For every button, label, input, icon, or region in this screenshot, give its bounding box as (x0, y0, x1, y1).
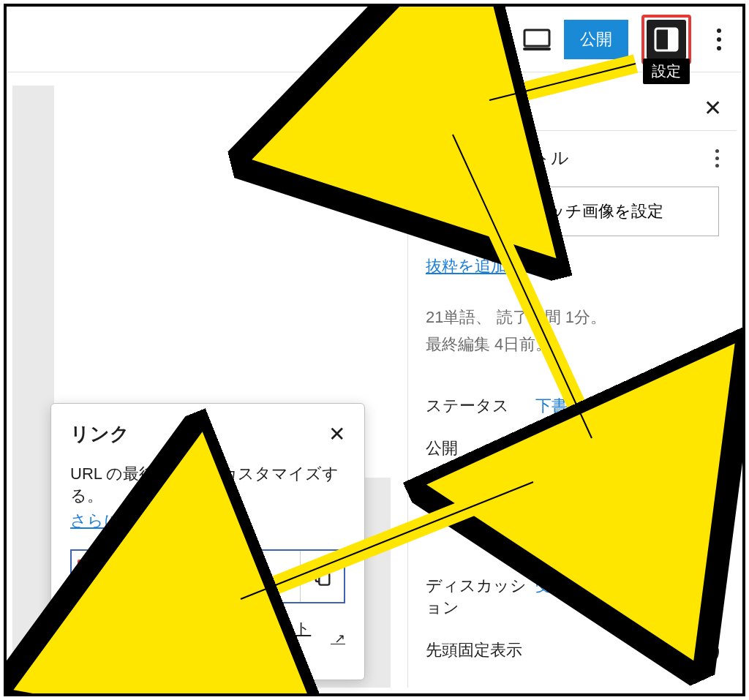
annotation-highlight-slug: /記事タイトル (78, 560, 211, 593)
copy-icon (312, 566, 333, 587)
sticky-label: 先頭固定表示 (426, 639, 672, 661)
post-meta-info: 21単語、 読了時間 1分。 最終編集 4日前。 (426, 304, 719, 358)
post-title-display: 記事タイトル (461, 146, 569, 170)
status-label: ステータス (426, 395, 535, 417)
annotation-highlight-permalink: /記事タイトル (535, 480, 657, 513)
permalink-popover: リンク ✕ URL の最後の部分をカスタマイズする。 さらに詳しく。 ↗ /記事… (50, 403, 365, 680)
annotation-highlight-settings: 設定 (641, 15, 691, 64)
editor-top-toolbar: 下書き保存 公開 設定 (7, 7, 742, 72)
wordpress-icon (426, 146, 451, 170)
preview-icon[interactable] (523, 29, 551, 50)
svg-rect-1 (523, 48, 551, 50)
svg-rect-6 (319, 573, 329, 584)
popover-close-button[interactable]: ✕ (328, 422, 345, 446)
tab-post[interactable]: 投稿 (408, 84, 478, 132)
discussion-label: ディスカッション (426, 575, 535, 619)
external-link-icon: ↗ (192, 514, 203, 529)
settings-tooltip: 設定 (643, 59, 690, 84)
svg-rect-0 (524, 30, 549, 46)
popover-description: URL の最後の部分をカスタマイズする。 (70, 463, 345, 507)
close-sidebar-button[interactable]: ✕ (689, 95, 737, 121)
external-link-icon: ↗ (331, 631, 345, 647)
publish-value[interactable]: 今すぐ (535, 437, 585, 459)
publish-button[interactable]: 公開 (564, 20, 628, 59)
sidebar-icon (654, 27, 679, 52)
permalink-slug-input[interactable]: /記事タイトル (72, 551, 300, 602)
sidebar-tabs: 投稿 ブロック ✕ (408, 86, 737, 131)
status-value[interactable]: 下書き (535, 395, 584, 417)
redacted-domain (118, 630, 226, 647)
panel-options-button[interactable] (715, 149, 719, 168)
full-permalink-url[interactable]: https:///記事タイトル/ ↗ (70, 618, 345, 659)
learn-more-link[interactable]: さらに詳しく。 (70, 511, 187, 530)
sticky-toggle[interactable] (672, 639, 719, 664)
set-featured-image-button[interactable]: アイキャッチ画像を設定 (426, 187, 719, 236)
more-options-button[interactable] (704, 29, 734, 50)
settings-toggle-button[interactable] (647, 20, 686, 59)
publish-label: 公開 (426, 437, 535, 459)
add-excerpt-link[interactable]: 抜粋を追加 (426, 257, 507, 275)
svg-rect-3 (668, 29, 677, 50)
redacted-template-value (535, 534, 613, 554)
permalink-label: リンク (426, 480, 535, 502)
permalink-value[interactable]: /記事タイトル (544, 487, 648, 505)
copy-permalink-button[interactable] (300, 551, 344, 602)
popover-title: リンク (70, 421, 129, 447)
discussion-value[interactable]: 受付中 (535, 575, 584, 597)
save-draft-button[interactable]: 下書き保存 (429, 29, 510, 50)
settings-sidebar: 投稿 ブロック ✕ 記事タイトル アイキャッチ画像を設定 抜粋を追加 (407, 86, 737, 688)
